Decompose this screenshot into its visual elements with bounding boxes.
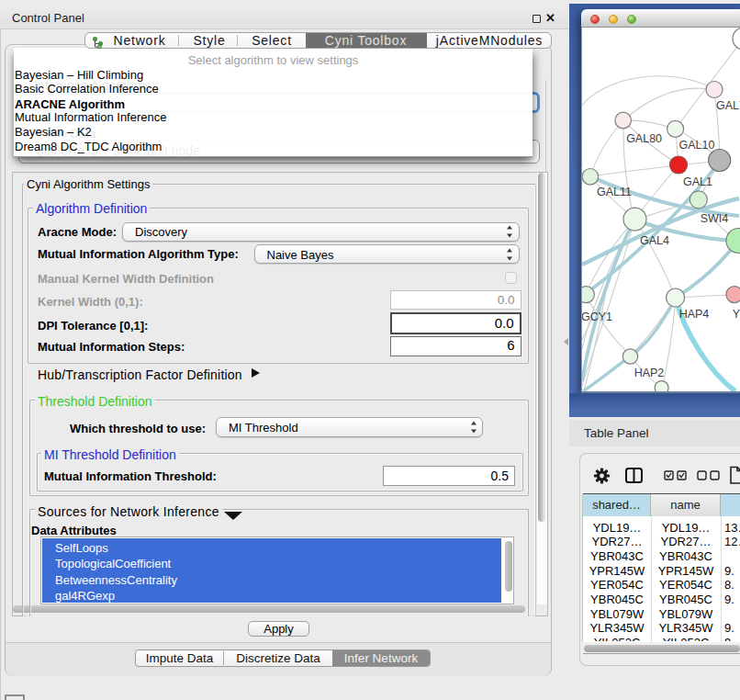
svg-text:GAL10: GAL10: [679, 139, 715, 152]
svg-text:SWI4: SWI4: [701, 212, 729, 225]
svg-text:GAL11: GAL11: [597, 186, 632, 198]
svg-text:GAL80: GAL80: [626, 132, 662, 145]
svg-text:HAP4: HAP4: [679, 308, 710, 321]
svg-text:GCY1: GCY1: [582, 310, 612, 323]
svg-text:GAL7: GAL7: [716, 99, 740, 112]
svg-text:GAL1: GAL1: [683, 175, 712, 188]
svg-text:Y: Y: [733, 308, 740, 321]
svg-text:HAP2: HAP2: [634, 367, 665, 379]
svg-text:GAL4: GAL4: [640, 234, 669, 247]
